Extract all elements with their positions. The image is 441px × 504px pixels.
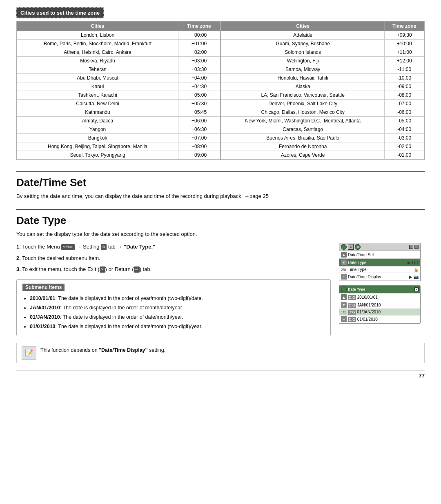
- city-cell: LA, San Francisco, Vancouver, Seattle: [221, 91, 385, 100]
- timezone-left-table: Cities Time zone London, Lisbon+00:00Rom…: [17, 21, 220, 160]
- table-row: LA, San Francisco, Vancouver, Seattle-08…: [221, 91, 424, 100]
- timezone-cell: -02:00: [385, 142, 424, 151]
- city-cell: Seoul, Tokyo, Pyongyang: [17, 151, 178, 160]
- timezone-cell: +05:30: [178, 100, 220, 108]
- timezone-cell: -04:00: [385, 125, 424, 134]
- screen2-row3-label: D:G 01/JAN/2010: [348, 310, 419, 314]
- table-row: Tashkent, Karachi+05:00: [17, 91, 220, 100]
- table-row: Hong Kong, Beijing, Taipei, Singapore, M…: [17, 142, 220, 151]
- table-row: Azores, Cape Verde-01:00: [221, 151, 424, 160]
- city-cell: Moskva, Riyadh: [17, 57, 178, 65]
- screens-column: ≡ ⚙ ▲ Date/Time Set ▼ Date Type ▶ D:T: [339, 243, 425, 324]
- table-row: Athens, Helsinki, Cairo, Ankara+02:00: [17, 48, 220, 57]
- city-cell: Wellington, Fiji: [221, 57, 385, 65]
- screen1-datetime-display-label: Date/Time Display: [348, 275, 409, 279]
- screen2-row4: ↩ D:G 01/01/2010: [339, 315, 420, 323]
- timezone-cell: +03:00: [178, 57, 220, 65]
- screen2-close-icon: ✕: [414, 287, 419, 291]
- screen1-up-row: ▲ Date/Time Set: [339, 251, 420, 259]
- page-number: 77: [16, 371, 425, 379]
- screen2-icons-bar: Date Type ✕: [339, 286, 420, 293]
- timezone-cell: +04:30: [178, 82, 220, 91]
- timezone-cell: +01:00: [178, 40, 220, 48]
- table-row: Samoa, Midway-11:00: [221, 65, 424, 74]
- timezone-cell: +08:00: [178, 142, 220, 151]
- timezone-cell: +12:00: [385, 57, 424, 65]
- screen1-datetime-display-value: ▶ 📷: [409, 275, 419, 279]
- city-cell: Tashkent, Karachi: [17, 91, 178, 100]
- return-icon: ↩: [134, 266, 140, 273]
- col-timezone-left: Time zone: [178, 22, 220, 31]
- city-cell: Athens, Helsinki, Cairo, Ankara: [17, 48, 178, 57]
- steps-and-screens: 1. Touch the Menu MENU → Setting ⚙ tab →…: [16, 243, 425, 336]
- step-1-num: 1.: [16, 244, 21, 250]
- date-type-section: Date Type You can set the display type f…: [16, 209, 425, 363]
- table-row: Guam, Sydney, Brisbane+10:00: [221, 40, 424, 48]
- menu-icon: MENU: [61, 244, 75, 251]
- screen1-date-type-value: ▶ D:T: [408, 260, 419, 265]
- screen1-date-type-label: Date Type: [348, 260, 408, 265]
- screen1-date-type-row: ▼ Date Type ▶ D:T: [339, 259, 420, 266]
- screen2-row2-label: D:G JAN/01/2010: [348, 303, 419, 307]
- city-cell: Adelaide: [221, 31, 385, 40]
- screen1-time-type-value: 🔒: [414, 267, 419, 272]
- screen2-row1-label: D:G 2010/01/01: [348, 295, 419, 300]
- date-type-intro: You can set the display type for the dat…: [16, 230, 425, 238]
- table-row: Buenos Aires, Brasilia, Sao Paulo-03:00: [221, 134, 424, 142]
- city-cell: Hong Kong, Beijing, Taipei, Singapore, M…: [17, 142, 178, 151]
- table-row: Denver, Phoenix, Salt Lake City-07:00: [221, 100, 424, 108]
- timezone-cell: -07:00: [385, 100, 424, 108]
- timezone-cell: -10:00: [385, 74, 424, 82]
- city-cell: New York, Miami, Washington D.C., Montre…: [221, 117, 385, 125]
- list-item: JAN/01/2010: The date is displayed in th…: [30, 304, 325, 312]
- timezone-cell: +06:00: [178, 117, 220, 125]
- table-row: Abu Dhabi, Muscat+04:00: [17, 74, 220, 82]
- city-cell: Denver, Phoenix, Salt Lake City: [221, 100, 385, 108]
- submenu-box: Submenu items 2010/01/01: The date is di…: [16, 279, 331, 336]
- city-cell: Kathmandu: [17, 108, 178, 117]
- screen1-back-icon: ↩: [341, 274, 347, 280]
- city-cell: Caracas, Santiago: [221, 125, 385, 134]
- list-item: 01/JAN/2010: The date is displayed in th…: [30, 313, 325, 321]
- screen1-gear-icon: ⚙: [355, 244, 361, 250]
- timezone-cell: +05:45: [178, 108, 220, 117]
- step-2-num: 2.: [16, 255, 21, 261]
- screen1-time-type-row: 2/8 Time Type 🔒: [339, 266, 420, 273]
- screen1-time-type-label: Time Type: [348, 267, 414, 272]
- timezone-cell: +05:00: [178, 91, 220, 100]
- note-icon: 📝: [22, 346, 36, 360]
- timezone-cell: +03:30: [178, 65, 220, 74]
- city-cell: Buenos Aires, Brasilia, Sao Paulo: [221, 134, 385, 142]
- note-text: This function depends on "Date/Time Disp…: [40, 346, 165, 354]
- screen-mockup-2: Date Type ✕ ▲ D:G 2010/01/01 ▼ D:G JAN/0…: [339, 285, 421, 324]
- table-row: Alaska-09:00: [221, 82, 424, 91]
- submenu-list: 2010/01/01: The date is displayed in the…: [22, 294, 325, 331]
- city-cell: Kabul: [17, 82, 178, 91]
- screen2-row2: ▼ D:G JAN/01/2010: [339, 301, 420, 309]
- city-cell: Guam, Sydney, Brisbane: [221, 40, 385, 48]
- note-box: 📝 This function depends on "Date/Time Di…: [16, 343, 425, 363]
- screen1-fraction: 2/8: [341, 268, 346, 272]
- timezone-cell: +09:30: [385, 31, 424, 40]
- city-cell: Azores, Cape Verde: [221, 151, 385, 160]
- table-row: Bangkok+07:00: [17, 134, 220, 142]
- table-row: Chicago, Dallas, Houston, Mexico City-06…: [221, 108, 424, 117]
- screen1-circle-icon: [341, 244, 347, 250]
- city-cell: Almaty, Dacca: [17, 117, 178, 125]
- city-cell: Abu Dhabi, Muscat: [17, 74, 178, 82]
- table-row: Calcutta, New Delhi+05:30: [17, 100, 220, 108]
- date-type-title: Date Type: [16, 214, 425, 227]
- timezone-cell: -01:00: [385, 151, 424, 160]
- section-title: Cities used to set the time zone: [16, 7, 104, 18]
- screen2-up-icon: ▲: [341, 294, 347, 300]
- table-row: London, Lisbon+00:00: [17, 31, 220, 40]
- timezone-cell: +04:00: [178, 74, 220, 82]
- table-row: Seoul, Tokyo, Pyongyang+09:00: [17, 151, 220, 160]
- list-item: 2010/01/01: The date is displayed in the…: [30, 294, 325, 302]
- col-timezone-right: Time zone: [385, 22, 424, 31]
- timezone-cell: +10:00: [385, 40, 424, 48]
- col-cities-right: Cities: [221, 22, 385, 31]
- city-cell: Bangkok: [17, 134, 178, 142]
- table-row: Rome, Paris, Berlin, Stockholm, Madrid, …: [17, 40, 220, 48]
- timezone-cell: -11:00: [385, 65, 424, 74]
